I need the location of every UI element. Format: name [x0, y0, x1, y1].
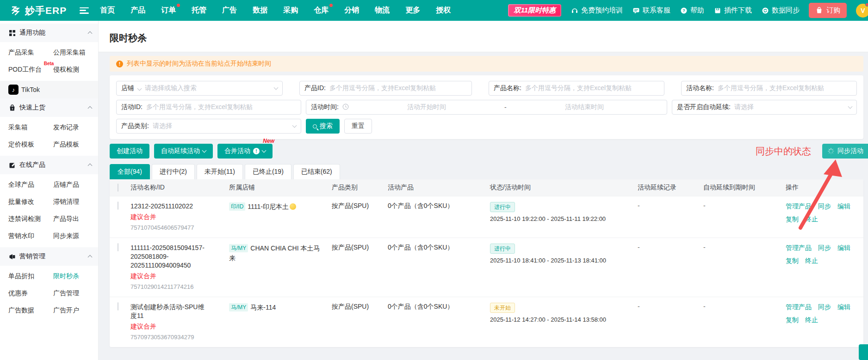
- edit-icon: [8, 161, 16, 169]
- subscribe-button[interactable]: 订购: [809, 3, 847, 18]
- sidebar-item-shop-products[interactable]: 店铺产品: [53, 176, 79, 193]
- nav-item-order[interactable]: 订单: [161, 6, 176, 15]
- tab-terminated[interactable]: 已终止(19): [245, 164, 291, 179]
- select-all-checkbox[interactable]: [118, 183, 118, 192]
- auto-extend-select[interactable]: 是否开启自动延续: 请选择: [672, 100, 857, 115]
- nav-item-warehouse[interactable]: 仓库: [314, 6, 329, 15]
- nav-item-hosting[interactable]: 托管: [192, 6, 206, 15]
- new-badge: New: [263, 138, 274, 144]
- nav-item-data[interactable]: 数据: [253, 6, 267, 15]
- help-link[interactable]: ? 帮助: [680, 6, 704, 15]
- sidebar-item-product-export[interactable]: 产品导出: [53, 210, 79, 227]
- sync-link[interactable]: 同步: [818, 202, 831, 210]
- row-checkbox[interactable]: [118, 201, 118, 210]
- contact-support-link[interactable]: 联系客服: [632, 6, 670, 15]
- nav-item-authorize[interactable]: 授权: [436, 6, 451, 15]
- search-button[interactable]: 搜索: [306, 119, 340, 134]
- sidebar-item-banned-word-check[interactable]: 违禁词检测: [8, 210, 41, 227]
- section-quick-listing[interactable]: 快速上货: [0, 98, 98, 117]
- sidebar-item-flash-sale[interactable]: 限时秒杀: [53, 268, 79, 285]
- category-select[interactable]: 产品类别: 请选择: [116, 119, 301, 134]
- tab-ended[interactable]: 已结束(62): [293, 164, 340, 179]
- copy-link[interactable]: 复制: [786, 215, 799, 223]
- sidebar-item-single-discount[interactable]: 单品折扣: [8, 268, 34, 285]
- nav-item-more[interactable]: 更多: [405, 6, 420, 15]
- hamburger-menu-icon[interactable]: [80, 7, 89, 14]
- user-avatar[interactable]: V: [856, 4, 868, 18]
- tab-all[interactable]: 全部(94): [110, 164, 150, 179]
- svg-text:?: ?: [682, 8, 685, 13]
- nav-item-ads[interactable]: 广告: [222, 6, 237, 15]
- product-id-input[interactable]: 产品ID: 多个用逗号分隔，支持Excel复制粘贴: [299, 81, 472, 96]
- sidebar-item-pricing-template[interactable]: 定价模板: [8, 136, 34, 153]
- section-online-products[interactable]: 在线产品: [0, 156, 98, 174]
- edit-link[interactable]: 编辑: [837, 202, 850, 210]
- manage-products-link[interactable]: 管理产品: [786, 303, 812, 311]
- sidebar-item-product-template[interactable]: 产品模板: [53, 136, 79, 153]
- edit-link[interactable]: 编辑: [837, 303, 850, 311]
- edit-link[interactable]: 编辑: [837, 244, 850, 252]
- sidebar-item-public-collect-box[interactable]: 公用采集箱: [53, 44, 86, 61]
- site-badge: 马/MY: [229, 303, 248, 311]
- sidebar-item-pod-workbench[interactable]: POD工作台Beta: [8, 61, 42, 78]
- product-name-input[interactable]: 产品名称: 多个用逗号分隔，支持Excel复制粘贴: [489, 81, 664, 96]
- row-checkbox[interactable]: [118, 243, 118, 251]
- sidebar-item-global-products[interactable]: 全球产品: [8, 176, 34, 193]
- sidebar-item-collect-box[interactable]: 采集箱: [8, 119, 28, 136]
- brand[interactable]: 妙手ERP: [9, 4, 67, 17]
- page-header: 限时秒杀: [99, 21, 868, 52]
- sync-link[interactable]: 同步: [818, 303, 831, 311]
- activity-time-range-picker[interactable]: 活动时间: 活动开始时间 - 活动结束时间: [306, 100, 667, 115]
- sidebar-item-publish-record[interactable]: 发布记录: [53, 119, 79, 136]
- nav-item-logistics[interactable]: 物流: [375, 6, 390, 15]
- sidebar-item-coupon[interactable]: 优惠券: [8, 285, 28, 302]
- nav-item-home[interactable]: 首页: [100, 6, 115, 15]
- auto-extend-activity-button[interactable]: 自动延续活动: [154, 144, 213, 159]
- row-operations: 管理产品 同步 编辑 复制 终止: [786, 244, 855, 265]
- shop-select[interactable]: 店铺 请选择或输入搜索: [116, 81, 283, 96]
- activity-name-input[interactable]: 活动名称: 多个用逗号分隔，支持Excel复制粘贴: [681, 81, 857, 96]
- sidebar-item-bulk-edit[interactable]: 批量修改: [8, 193, 34, 210]
- manage-products-link[interactable]: 管理产品: [786, 202, 812, 210]
- section-marketing[interactable]: 营销管理: [0, 247, 98, 266]
- brand-name: 妙手ERP: [25, 4, 67, 17]
- sidebar-item-product-collect[interactable]: 产品采集: [8, 44, 34, 61]
- free-training-link[interactable]: 免费预约培训: [570, 6, 623, 15]
- reset-button[interactable]: 重置: [344, 119, 372, 134]
- plugin-icon: [713, 6, 721, 14]
- nav-item-distribution[interactable]: 分销: [344, 6, 359, 15]
- copy-link[interactable]: 复制: [786, 316, 799, 324]
- row-operations: 管理产品 同步 编辑 复制 终止: [786, 202, 855, 223]
- sidebar-item-sync-source[interactable]: 同步来源: [53, 227, 79, 244]
- question-icon: ?: [680, 6, 688, 14]
- data-sync-link[interactable]: 数据同步: [761, 6, 800, 15]
- status-tabs: 全部(94) 进行中(2) 未开始(11) 已终止(19) 已结束(62): [110, 164, 863, 179]
- sidebar-item-ad-account[interactable]: 广告开户: [53, 302, 79, 319]
- plugin-download-link[interactable]: 插件下载: [713, 6, 752, 15]
- copy-link[interactable]: 复制: [786, 256, 799, 265]
- terminate-link[interactable]: 终止: [805, 316, 818, 324]
- sidebar-item-marketing-watermark[interactable]: 营销水印: [8, 227, 34, 244]
- nav-item-product[interactable]: 产品: [130, 6, 145, 15]
- sidebar-item-tiktok[interactable]: ♪ TikTok: [0, 81, 98, 98]
- nav-item-purchase[interactable]: 采购: [283, 6, 298, 15]
- manage-products-link[interactable]: 管理产品: [786, 244, 812, 252]
- sidebar-item-ad-management[interactable]: 广告管理: [53, 285, 79, 302]
- terminate-link[interactable]: 终止: [805, 215, 818, 223]
- terminate-link[interactable]: 终止: [805, 256, 818, 265]
- tab-not-started[interactable]: 未开始(11): [197, 164, 243, 179]
- sync-activity-button[interactable]: 同步活动: [822, 144, 868, 159]
- floating-widget[interactable]: [859, 344, 868, 360]
- activity-id-input[interactable]: 活动ID: 多个用逗号分隔，支持Excel复制粘贴: [116, 100, 301, 115]
- sync-link[interactable]: 同步: [818, 244, 831, 252]
- tab-running[interactable]: 进行中(2): [152, 164, 195, 179]
- merge-activity-button[interactable]: 合并活动 !: [217, 144, 273, 159]
- row-checkbox[interactable]: [118, 302, 118, 311]
- sidebar-item-infringement-check[interactable]: 侵权检测: [53, 61, 79, 78]
- create-activity-button[interactable]: 创建活动: [110, 144, 149, 159]
- section-general-functions[interactable]: 通用功能: [0, 24, 98, 42]
- end-time-placeholder: 活动结束时间: [507, 103, 662, 111]
- double11-promo-badge[interactable]: 双11限时特惠: [508, 4, 561, 17]
- sidebar-item-slow-moving-cleanup[interactable]: 滞销清理: [53, 193, 79, 210]
- sidebar-item-ad-data[interactable]: 广告数据: [8, 302, 34, 319]
